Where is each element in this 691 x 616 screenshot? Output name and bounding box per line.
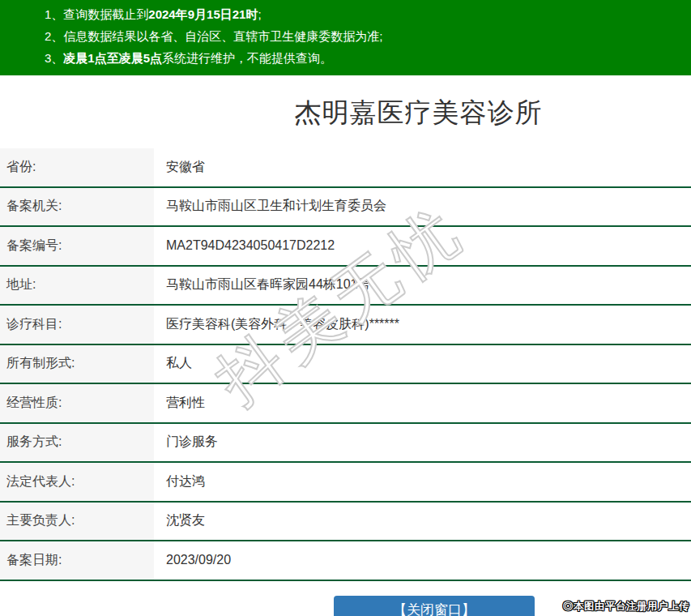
notice-bold-text: 2024年9月15日21时 <box>148 7 258 21</box>
table-row: 地址: 马鞍山市雨山区春晖家园44栋101号 <box>0 267 691 306</box>
table-row: 主要负责人: 沈贤友 <box>0 503 691 542</box>
notice-text: ; <box>258 7 261 21</box>
notice-text: 2、信息数据结果以各省、自治区、直辖市卫生健康委数据为准; <box>45 29 383 43</box>
table-row: 经营性质: 营利性 <box>0 384 691 424</box>
table-row: 备案编号: MA2T94D4234050417D2212 <box>0 227 691 267</box>
row-label: 法定代表人: <box>0 463 154 501</box>
row-value: 安徽省 <box>154 148 691 186</box>
info-table: 省份: 安徽省 备案机关: 马鞍山市雨山区卫生和计划生育委员会 备案编号: MA… <box>0 148 691 581</box>
row-label: 备案机关: <box>0 188 154 226</box>
notice-text: 系统进行维护，不能提供查询。 <box>162 51 332 65</box>
query-result-page: 1、查询数据截止到2024年9月15日21时; 2、信息数据结果以各省、自治区、… <box>0 0 691 616</box>
row-value: 营利性 <box>154 384 691 422</box>
row-value: 马鞍山市雨山区春晖家园44栋101号 <box>154 267 691 305</box>
row-label: 备案编号: <box>0 227 154 265</box>
table-row: 备案日期: 2023/09/20 <box>0 541 691 581</box>
table-row: 诊疗科目: 医疗美容科(美容外科、美容皮肤科)****** <box>0 306 691 345</box>
table-row: 服务方式: 门诊服务 <box>0 424 691 464</box>
table-row: 备案机关: 马鞍山市雨山区卫生和计划生育委员会 <box>0 188 691 228</box>
row-value: 医疗美容科(美容外科、美容皮肤科)****** <box>154 306 691 344</box>
table-row: 省份: 安徽省 <box>0 148 691 188</box>
notice-text: 1、查询数据截止到 <box>45 7 148 21</box>
row-value: 沈贤友 <box>154 503 691 541</box>
table-row: 所有制形式: 私人 <box>0 345 691 385</box>
close-window-button[interactable]: 【关闭窗口】 <box>334 596 535 616</box>
row-label: 主要负责人: <box>0 503 154 541</box>
table-row: 法定代表人: 付达鸿 <box>0 463 691 503</box>
row-label: 省份: <box>0 148 154 186</box>
row-label: 经营性质: <box>0 384 154 422</box>
row-label: 服务方式: <box>0 424 154 462</box>
row-label: 所有制形式: <box>0 345 154 383</box>
row-value: 2023/09/20 <box>154 541 691 580</box>
uploaded-by-note: ◎本图由平台注册用户上传 <box>563 600 689 614</box>
notice-line-3: 3、凌晨1点至凌晨5点系统进行维护，不能提供查询。 <box>45 47 683 69</box>
row-label: 诊疗科目: <box>0 306 154 344</box>
page-title: 杰明嘉医疗美容诊所 <box>0 75 691 130</box>
row-value: 付达鸿 <box>154 463 691 501</box>
row-value: 门诊服务 <box>154 424 691 462</box>
notice-text: 3、 <box>45 51 63 65</box>
row-value: 私人 <box>154 345 691 383</box>
notice-line-1: 1、查询数据截止到2024年9月15日21时; <box>45 3 683 25</box>
notice-line-2: 2、信息数据结果以各省、自治区、直辖市卫生健康委数据为准; <box>45 25 683 47</box>
row-label: 地址: <box>0 267 154 305</box>
row-value: MA2T94D4234050417D2212 <box>154 227 691 265</box>
notice-bold-text: 凌晨1点至凌晨5点 <box>63 51 162 65</box>
notice-banner: 1、查询数据截止到2024年9月15日21时; 2、信息数据结果以各省、自治区、… <box>0 0 691 75</box>
row-label: 备案日期: <box>0 541 154 580</box>
row-value: 马鞍山市雨山区卫生和计划生育委员会 <box>154 188 691 226</box>
